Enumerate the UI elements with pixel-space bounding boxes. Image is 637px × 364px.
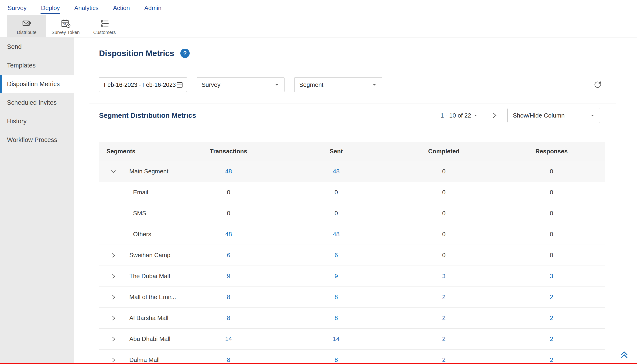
row-expand-chevron-icon[interactable] [110,294,117,301]
segment-select[interactable]: Segment [294,77,382,92]
cell-responses[interactable]: 2 [498,335,605,342]
sidebar-item-history[interactable]: History [0,112,74,130]
row-expand-chevron-icon[interactable] [110,336,117,342]
chevron-down-icon [273,82,280,88]
segment-label: Dalma Mall [129,356,160,364]
segment-label: Al Barsha Mall [129,314,168,322]
toolbar-tile-survey-token[interactable]: 31 Survey Token [46,15,85,37]
segment-cell: Others [99,231,175,238]
cell-transactions[interactable]: 8 [175,314,282,322]
segment-label: Mall of the Emir... [129,294,176,301]
segment-cell: Email [99,189,175,196]
show-hide-column-label: Show/Hide Column [513,112,565,119]
pagination-label[interactable]: 1 - 10 of 22 [440,112,471,119]
cell-transactions[interactable]: 6 [175,252,282,259]
segment-label: Email [133,189,148,196]
date-range-input[interactable]: Feb-16-2023 - Feb-16-2023 [99,77,187,92]
segment-label: Sweihan Camp [129,252,170,259]
segment-cell: SMS [99,210,175,217]
cell-responses[interactable]: 2 [498,356,605,364]
toolbar-tile-label: Survey Token [52,30,80,35]
show-hide-column-select[interactable]: Show/Hide Column [507,108,600,123]
table-row: Mall of the Emir... 8 8 2 2 [99,287,605,308]
nav-item-analytics[interactable]: Analytics [74,1,99,14]
segment-cell: Dalma Mall [99,356,175,364]
cell-sent[interactable]: 48 [282,168,390,175]
row-expand-chevron-icon[interactable] [110,252,117,259]
cell-transactions[interactable]: 48 [175,231,282,238]
toolbar-tile-label: Customers [93,30,116,35]
cell-sent[interactable]: 6 [282,252,390,259]
survey-select[interactable]: Survey [197,77,284,92]
row-expand-chevron-icon[interactable] [110,315,117,322]
calendar-icon [176,81,183,88]
cell-completed[interactable]: 3 [390,272,498,280]
column-header-responses: Responses [498,148,605,155]
cell-responses: 0 [498,252,605,259]
cell-completed[interactable]: 2 [390,314,498,322]
cell-completed[interactable]: 2 [390,356,498,364]
cell-transactions[interactable]: 8 [175,294,282,301]
sidebar-item-disposition-metrics[interactable]: Disposition Metrics [0,75,74,93]
cell-completed[interactable]: 2 [390,294,498,301]
toolbar-tile-customers[interactable]: Customers [85,15,124,37]
table-row: The Dubai Mall 9 9 3 3 [99,266,605,287]
table-row: SMS 0 0 0 0 [99,203,605,224]
chevron-down-icon [589,112,596,119]
svg-text:31: 31 [63,23,66,26]
sidebar-item-send[interactable]: Send [0,38,74,56]
cell-completed[interactable]: 2 [390,335,498,342]
nav-item-admin[interactable]: Admin [144,1,162,14]
column-header-completed: Completed [390,148,498,155]
table-row: Dalma Mall 8 8 2 2 [99,350,605,364]
refresh-icon[interactable] [593,80,602,89]
segment-cell: The Dubai Mall [99,272,175,280]
segment-select-value: Segment [299,81,324,88]
nav-item-action[interactable]: Action [113,1,130,14]
cell-sent[interactable]: 8 [282,356,390,364]
cell-transactions[interactable]: 9 [175,272,282,280]
sidebar-item-workflow-process[interactable]: Workflow Process [0,130,74,149]
cell-completed: 0 [390,252,498,259]
cell-responses[interactable]: 2 [498,314,605,322]
cell-responses: 0 [498,210,605,217]
sidebar-item-templates[interactable]: Templates [0,56,74,75]
date-range-value: Feb-16-2023 - Feb-16-2023 [104,82,176,88]
toolbar-tile-distribute[interactable]: Distribute [7,15,46,37]
cell-responses[interactable]: 3 [498,272,605,280]
page-title: Disposition Metrics [99,49,174,58]
next-page-chevron-icon[interactable] [491,112,498,119]
cell-sent[interactable]: 8 [282,294,390,301]
row-expand-chevron-icon[interactable] [110,273,117,280]
nav-item-survey[interactable]: Survey [7,1,27,14]
row-expand-chevron-icon[interactable] [110,356,117,364]
toolbar: Distribute 31 Survey Token Customers [0,15,637,38]
row-expand-chevron-icon[interactable] [110,168,117,175]
cell-transactions: 0 [175,189,282,196]
sidebar-item-scheduled-invites[interactable]: Scheduled Invites [0,93,74,112]
cell-responses: 0 [498,231,605,238]
section-title: Segment Distribution Metrics [99,112,196,120]
toolbar-tile-label: Distribute [17,30,36,35]
cell-sent[interactable]: 8 [282,314,390,322]
pagination-caret-icon[interactable] [473,112,479,118]
cell-transactions[interactable]: 14 [175,335,282,342]
survey-token-calendar-icon: 31 [61,18,71,29]
cell-sent[interactable]: 48 [282,231,390,238]
cell-sent: 0 [282,210,390,217]
help-icon[interactable]: ? [180,49,190,58]
cell-sent[interactable]: 14 [282,335,390,342]
cell-responses[interactable]: 2 [498,294,605,301]
scroll-to-top-icon[interactable] [619,350,629,359]
cell-sent[interactable]: 9 [282,272,390,280]
cell-responses: 0 [498,189,605,196]
filters-row: Feb-16-2023 - Feb-16-2023 Survey Segment [99,77,637,92]
cell-transactions[interactable]: 8 [175,356,282,364]
cell-responses: 0 [498,168,605,175]
column-header-segments: Segments [99,148,175,155]
nav-item-deploy[interactable]: Deploy [41,1,60,14]
segment-cell: Main Segment [99,168,175,175]
segment-label: Others [133,231,151,238]
cell-transactions[interactable]: 48 [175,168,282,175]
column-header-transactions: Transactions [175,148,282,155]
